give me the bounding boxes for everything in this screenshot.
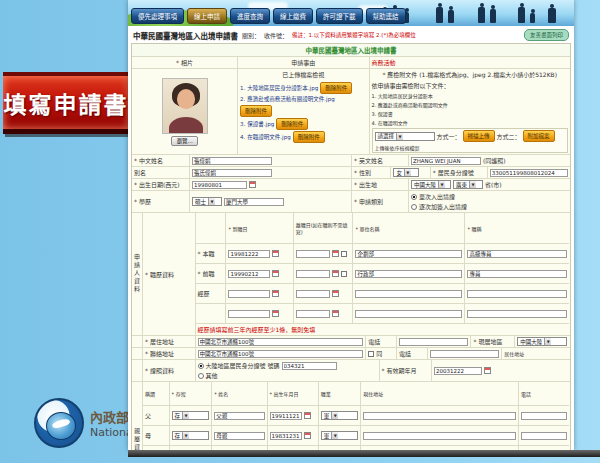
attach-file-button[interactable]: 附加檔案 [523, 130, 555, 142]
calendar-icon[interactable] [272, 290, 279, 297]
file-link[interactable]: 保證書.jpg [247, 120, 274, 128]
scan-upload-button[interactable]: 掃描上傳 [463, 130, 495, 142]
tab-online-apply[interactable]: 線上申請 [187, 8, 227, 24]
license-number-label: 號碼 [268, 361, 280, 370]
calendar-icon[interactable] [272, 250, 279, 257]
career-r1-title-input[interactable] [467, 250, 567, 258]
same-address-note: 居住地址 [501, 348, 547, 359]
file-no: 2. [240, 96, 245, 102]
attach-type-select[interactable]: 請選擇▼ [375, 132, 435, 141]
receipt-no-label: 收件號： [264, 31, 288, 40]
calendar-icon[interactable] [332, 310, 339, 317]
tab-payment[interactable]: 線上繳費 [273, 8, 313, 24]
method1-label: 方式一： [437, 132, 461, 141]
family-addr-input[interactable] [363, 432, 516, 440]
calendar-icon[interactable] [272, 310, 279, 317]
family-h-job: 職業 [318, 382, 361, 405]
career-r2-org-input[interactable] [355, 270, 462, 278]
file-link[interactable]: 應邀赴或商務活動有關證明文件.jpg [247, 95, 334, 103]
education-select[interactable]: 碩士▼ [192, 197, 222, 206]
career-exp2-start-input[interactable] [228, 310, 270, 318]
region-select[interactable]: 中國大陸▼ [517, 337, 567, 346]
license-number-input[interactable] [282, 362, 337, 370]
tab-permit-download[interactable]: 許可證下載 [316, 8, 363, 24]
career-exp-org-input[interactable] [355, 290, 462, 298]
file-link[interactable]: 在職證明文件.jpg [247, 133, 290, 141]
radio-button[interactable] [411, 204, 417, 210]
career-exp-end-input[interactable] [296, 290, 330, 298]
career-r2-start-input[interactable] [228, 270, 270, 278]
alias-input[interactable] [192, 169, 272, 177]
calendar-icon[interactable] [249, 181, 256, 188]
tab-priority[interactable]: 優先處理事項 [131, 8, 184, 24]
form-section-title: 中華民國臺灣地區入出境申請書 [132, 44, 570, 56]
calendar-icon[interactable] [484, 367, 491, 374]
career-exp-title-input[interactable] [467, 290, 567, 298]
family-status-select[interactable]: 存▼ [172, 411, 210, 420]
en-name-input[interactable] [411, 157, 481, 165]
career-r2-title-input[interactable] [467, 270, 567, 278]
chevron-down-icon: ▼ [469, 181, 476, 188]
delete-attachment-button[interactable]: 刪除附件 [240, 105, 272, 117]
gender-label: * 性別 [351, 167, 390, 178]
family-dob-input[interactable] [270, 412, 302, 420]
career-exp-start-input[interactable] [228, 290, 270, 298]
delete-attachment-button[interactable]: 刪除附件 [276, 118, 308, 130]
print-friendly-button[interactable]: 友善畫面列印 [524, 29, 569, 41]
birthplace-province-select[interactable]: 廣東▼ [453, 180, 483, 189]
checkbox[interactable] [368, 351, 374, 357]
career-exp2-title-input[interactable] [467, 310, 567, 318]
gender-select[interactable]: 女▼ [393, 168, 419, 177]
delete-attachment-button[interactable]: 刪除附件 [293, 131, 325, 143]
window-bottom-bar [128, 450, 600, 457]
tab-progress[interactable]: 進度查詢 [230, 8, 270, 24]
family-phone-input[interactable] [521, 412, 567, 420]
id-input[interactable] [490, 169, 568, 177]
family-name-input[interactable] [214, 432, 264, 440]
region-label: * 現居地區 [470, 336, 514, 347]
checkbox[interactable] [341, 271, 347, 277]
contact-address-input[interactable] [198, 350, 364, 358]
page-title: 中華民國臺灣地區入出境申請書 [133, 30, 238, 41]
application-window: 優先處理事項 線上申請 進度查詢 線上繳費 許可證下載 幫助連結 中華民國臺灣地… [128, 0, 574, 450]
resident-address-input[interactable] [198, 338, 364, 346]
birth-input[interactable] [192, 181, 247, 189]
career-exp2-org-input[interactable] [355, 310, 462, 318]
radio-button[interactable] [198, 363, 204, 369]
calendar-icon[interactable] [304, 412, 311, 419]
calendar-icon[interactable] [332, 290, 339, 297]
chevron-down-icon: ▼ [208, 198, 215, 205]
reason-value: 商務活動 [369, 57, 570, 68]
career-r1-org-input[interactable] [355, 250, 462, 258]
family-dob-input[interactable] [270, 432, 302, 440]
chevron-down-icon: ▼ [182, 412, 189, 419]
school-input[interactable] [224, 198, 284, 206]
file-link[interactable]: 大陸地區居民身分證影本.jpg [247, 84, 318, 92]
family-h-dob: * 出生年月日 [267, 382, 318, 405]
birthplace-country-select[interactable]: 中國大陸▼ [411, 180, 451, 189]
career-r1-end-input[interactable] [296, 250, 330, 258]
family-job-select[interactable]: 軍▼ [321, 431, 359, 440]
family-status-select[interactable]: 存▼ [172, 431, 210, 440]
resident-phone-input[interactable] [399, 338, 468, 346]
calendar-icon[interactable] [304, 432, 311, 439]
family-name-input[interactable] [214, 412, 264, 420]
career-r2-end-input[interactable] [296, 270, 330, 278]
family-addr-input[interactable] [363, 412, 516, 420]
photo-browse-button[interactable]: 瀏覽... [171, 136, 197, 146]
calendar-icon[interactable] [332, 270, 339, 277]
tab-help-links[interactable]: 幫助連結 [366, 8, 406, 24]
radio-button[interactable] [198, 373, 204, 379]
contact-phone-input[interactable] [430, 350, 499, 358]
career-exp2-end-input[interactable] [296, 310, 330, 318]
delete-attachment-button[interactable]: 刪除附件 [320, 82, 352, 94]
career-r1-start-input[interactable] [228, 250, 270, 258]
family-phone-input[interactable] [521, 432, 567, 440]
checkbox[interactable] [341, 251, 347, 257]
license-valid-input[interactable] [434, 367, 482, 375]
family-job-select[interactable]: 軍▼ [321, 411, 359, 420]
radio-button[interactable] [411, 194, 417, 200]
calendar-icon[interactable] [272, 270, 279, 277]
cn-name-input[interactable] [192, 157, 272, 165]
calendar-icon[interactable] [332, 250, 339, 257]
